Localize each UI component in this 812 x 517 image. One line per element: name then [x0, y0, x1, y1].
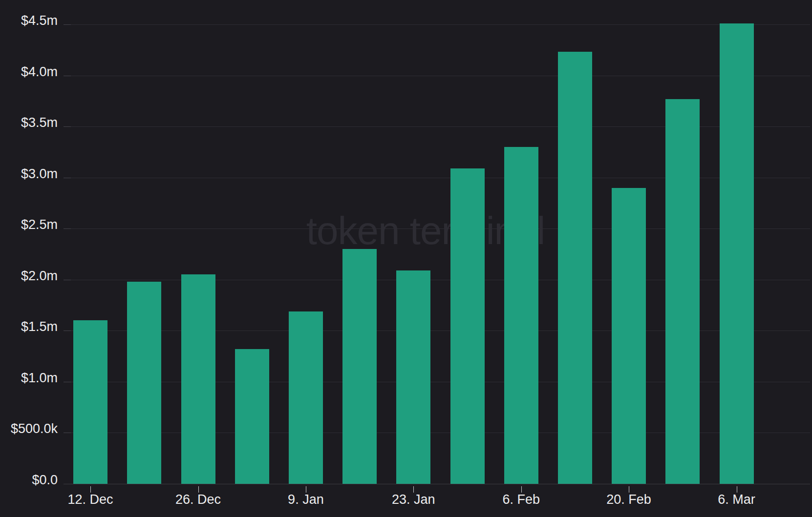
y-axis-label: $4.0m — [0, 64, 58, 80]
y-axis-label: $1.5m — [0, 319, 58, 334]
gridline — [64, 24, 810, 25]
bar-chart: token terminal $0.0$500.0k$1.0m$1.5m$2.0… — [0, 0, 812, 517]
y-axis-label: $500.0k — [0, 421, 58, 436]
y-axis-label: $4.5m — [0, 13, 58, 28]
y-axis-tick — [64, 331, 71, 331]
bar[interactable] — [720, 23, 754, 484]
gridline — [64, 76, 810, 76]
bar[interactable] — [342, 249, 377, 484]
bar[interactable] — [558, 52, 592, 484]
x-axis-line — [64, 484, 810, 484]
bar[interactable] — [450, 168, 485, 484]
bar[interactable] — [289, 311, 323, 484]
y-axis-tick — [64, 433, 71, 433]
bar[interactable] — [612, 188, 646, 484]
x-axis-label: 6. Mar — [693, 492, 781, 507]
y-axis-label: $3.5m — [0, 115, 58, 130]
bar[interactable] — [504, 147, 538, 484]
y-axis-label: $2.5m — [0, 217, 58, 232]
bar[interactable] — [396, 270, 430, 484]
bar[interactable] — [181, 274, 215, 484]
x-axis-label: 9. Jan — [262, 492, 350, 507]
y-axis-label: $1.0m — [0, 370, 58, 386]
x-axis-label: 12. Dec — [46, 492, 134, 507]
y-axis-tick — [64, 24, 71, 25]
y-axis-tick — [64, 280, 71, 280]
y-axis-tick — [64, 76, 71, 76]
y-axis-label: $0.0 — [0, 472, 58, 488]
bar[interactable] — [127, 282, 161, 484]
y-axis-tick — [64, 178, 71, 178]
y-axis-label: $3.0m — [0, 166, 58, 182]
y-axis-tick — [64, 126, 71, 127]
x-axis-label: 20. Feb — [585, 492, 673, 507]
x-axis-label: 26. Dec — [154, 492, 242, 507]
bar[interactable] — [73, 320, 107, 484]
x-axis-label: 6. Feb — [477, 492, 565, 507]
x-axis-label: 23. Jan — [369, 492, 457, 507]
y-axis-label: $2.0m — [0, 268, 58, 284]
y-axis-tick — [64, 228, 71, 229]
y-axis-tick — [64, 382, 71, 382]
bar[interactable] — [665, 99, 700, 484]
bar[interactable] — [235, 349, 269, 484]
